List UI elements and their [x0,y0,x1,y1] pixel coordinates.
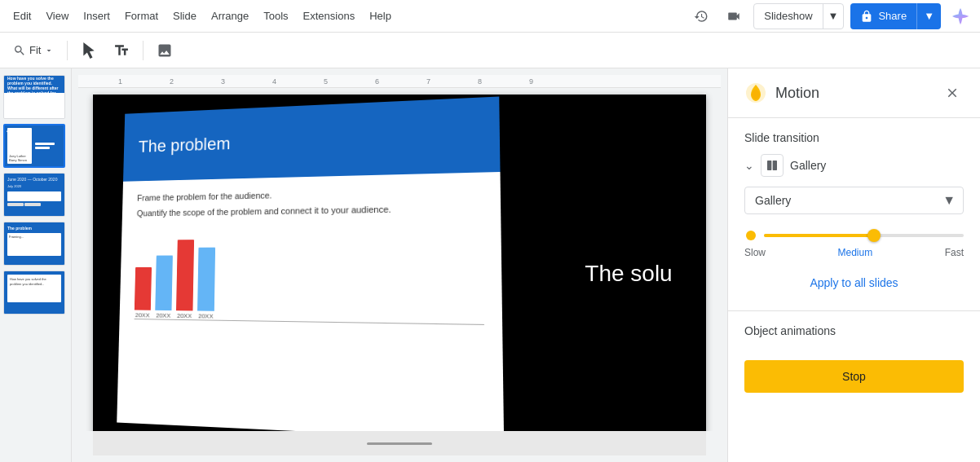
slide-title: The problem [139,134,231,156]
transition-icon [761,154,784,177]
svg-point-4 [746,231,756,240]
menu-view[interactable]: View [39,7,75,25]
slide-canvas[interactable]: The problem Frame the problem for the au… [93,95,706,431]
slide-desc-2: Quantify the scope of the problem and co… [137,203,483,218]
ruler-tick: 8 [454,77,505,86]
menu-slide[interactable]: Slide [166,7,203,25]
slide-panel: How have you solve the problem you ident… [0,68,72,462]
history-icon[interactable] [688,3,714,29]
share-main[interactable]: Share [850,10,916,23]
transition-select[interactable]: Gallery None Dissolve Fade Slide Flip Cu… [744,187,964,214]
ruler-tick: 1 [95,77,146,86]
chevron-icon[interactable]: ⌄ [744,159,754,172]
share-label: Share [878,10,907,22]
slide-body: Frame the problem for the audience. Quan… [119,172,502,340]
transition-row: ⌄ Gallery [744,154,964,177]
ruler-tick: 5 [300,77,351,86]
menu-edit[interactable]: Edit [7,7,38,25]
menu-arrange[interactable]: Arrange [205,7,255,25]
slide-desc-1: Frame the problem for the audience. [137,186,483,202]
slider-track[interactable] [764,234,964,237]
speed-fast: Fast [945,247,964,258]
slide-transition-section: Slide transition ⌄ Gallery Gallery None … [728,118,980,311]
slide-thumb-1[interactable]: How have you solve the problem you ident… [3,75,65,119]
tool-divider-2 [143,41,143,60]
share-arrow[interactable]: ▼ [916,3,941,29]
canvas-area: 1 2 3 4 5 6 7 8 9 The problem Frame the … [72,68,727,462]
svg-point-1 [752,90,760,99]
main-area: How have you solve the problem you ident… [0,68,980,462]
apply-to-all-button[interactable]: Apply to all slides [744,268,964,297]
bar-rect [197,248,215,311]
slide-thumb-3[interactable]: June 2020 — October 2020 July 2020 [3,173,65,217]
progress-line [367,442,432,445]
ruler-horizontal: 1 2 3 4 5 6 7 8 9 [78,75,721,88]
motion-panel: Motion Slide transition ⌄ Gallery Galler… [727,68,980,462]
speed-medium: Medium [837,247,872,258]
slide-thumb-2[interactable]: Joey LutherBarry Simon A team [3,124,65,168]
zoom-control[interactable]: Fit [7,41,60,60]
menu-help[interactable]: Help [363,7,398,25]
menu-tools[interactable]: Tools [257,7,294,25]
gemini-icon[interactable] [947,3,973,29]
toolbar-right: Slideshow ▼ Share ▼ [688,3,973,29]
menu-extensions[interactable]: Extensions [297,7,362,25]
ruler-tick: 6 [351,77,403,86]
speed-slow: Slow [744,247,766,258]
bar-rect [155,256,173,311]
slide-transition-label: Slide transition [744,131,964,144]
toolbar: Fit [0,33,980,68]
ruler-tick: 7 [403,77,454,86]
dropdown-wrap[interactable]: Gallery None Dissolve Fade Slide Flip Cu… [744,187,964,214]
object-animations-label: Object animations [744,324,964,337]
slideshow-button[interactable]: Slideshow ▼ [753,3,844,29]
bar-label: 20XX [177,312,192,319]
slider-row [744,227,964,244]
motion-header: Motion [728,68,980,118]
speed-dot-icon [744,229,757,242]
chart-area: 20XX 20XX 20XX [135,222,484,324]
ruler-tick: 4 [249,77,300,86]
slide-main-content: The problem Frame the problem for the au… [117,97,504,431]
bar-4: 20XX [197,248,215,320]
bar-label: 20XX [198,312,214,319]
ruler-tick: 2 [146,77,197,86]
slide-thumb-4[interactable]: The problem Framing... [3,222,65,266]
stop-button[interactable]: Stop [744,360,964,393]
bar-2: 20XX [155,256,173,319]
text-tool[interactable] [107,39,136,62]
canvas-wrap: The problem Frame the problem for the au… [78,88,721,431]
bar-rect [135,267,152,310]
ruler-tick: 3 [197,77,249,86]
close-button[interactable] [941,81,964,104]
slideshow-main[interactable]: Slideshow [754,4,822,29]
transition-name: Gallery [790,159,826,172]
image-insert[interactable] [150,39,179,62]
slide-thumb-5[interactable]: How have you solved the problem you iden… [3,271,65,315]
speed-section: Slow Medium Fast [744,227,964,258]
bar-rect [176,240,194,310]
slide-bottom-bar [93,431,706,455]
bar-3: 20XX [176,240,194,319]
object-animations-section: Object animations [728,311,980,360]
menu-bar: Edit View Insert Format Slide Arrange To… [0,0,980,33]
slideshow-arrow[interactable]: ▼ [823,4,844,29]
camera-icon[interactable] [721,3,747,29]
share-button[interactable]: Share ▼ [850,3,941,29]
slide-right-panel: The solu [559,111,698,431]
bar-label: 20XX [156,312,170,319]
motion-title: Motion [775,85,941,102]
motion-icon [744,81,767,104]
menu-format[interactable]: Format [118,7,165,25]
bar-1: 20XX [135,267,152,319]
zoom-label: Fit [29,44,41,56]
svg-rect-2 [767,161,771,170]
cursor-tool[interactable] [74,39,104,62]
speed-labels: Slow Medium Fast [744,247,964,258]
svg-rect-3 [773,161,777,170]
slider-thumb[interactable] [867,229,881,242]
bar-label: 20XX [135,311,150,319]
solu-text: The solu [585,261,672,287]
menu-insert[interactable]: Insert [77,7,117,25]
slider-fill [764,234,874,237]
